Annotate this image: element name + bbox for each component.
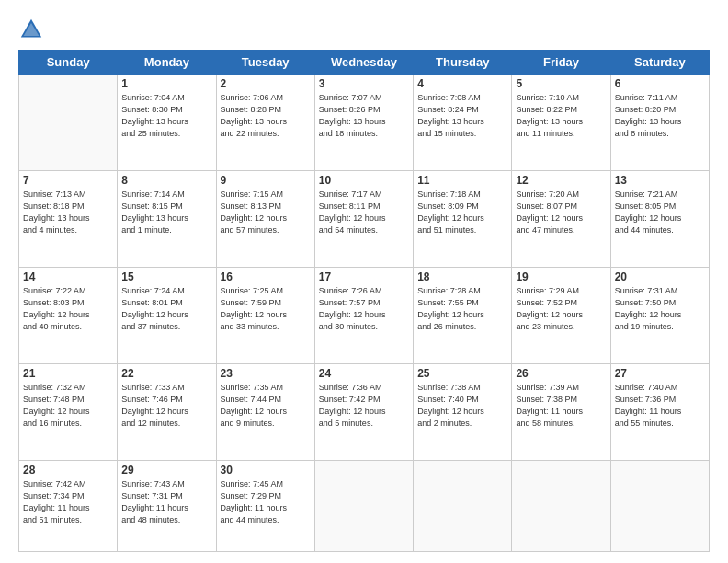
day-number: 24 bbox=[319, 367, 409, 380]
logo bbox=[18, 17, 48, 42]
calendar-week-row: 14Sunrise: 7:22 AM Sunset: 8:03 PM Dayli… bbox=[19, 268, 710, 364]
day-info: Sunrise: 7:20 AM Sunset: 8:07 PM Dayligh… bbox=[516, 189, 606, 236]
day-number: 23 bbox=[221, 367, 311, 380]
day-number: 3 bbox=[319, 77, 409, 90]
day-number: 29 bbox=[121, 464, 211, 477]
calendar-cell: 2Sunrise: 7:06 AM Sunset: 8:28 PM Daylig… bbox=[216, 75, 314, 171]
day-number: 21 bbox=[23, 367, 113, 380]
day-info: Sunrise: 7:21 AM Sunset: 8:05 PM Dayligh… bbox=[615, 189, 705, 236]
day-number: 19 bbox=[516, 270, 606, 283]
calendar-cell: 25Sunrise: 7:38 AM Sunset: 7:40 PM Dayli… bbox=[414, 364, 512, 461]
calendar-cell: 22Sunrise: 7:33 AM Sunset: 7:46 PM Dayli… bbox=[118, 364, 216, 461]
calendar-cell: 27Sunrise: 7:40 AM Sunset: 7:36 PM Dayli… bbox=[610, 364, 709, 461]
day-number: 8 bbox=[121, 174, 211, 187]
day-info: Sunrise: 7:13 AM Sunset: 8:18 PM Dayligh… bbox=[23, 189, 113, 236]
calendar-cell: 6Sunrise: 7:11 AM Sunset: 8:20 PM Daylig… bbox=[610, 75, 709, 171]
day-info: Sunrise: 7:42 AM Sunset: 7:34 PM Dayligh… bbox=[23, 478, 113, 526]
calendar-cell: 23Sunrise: 7:35 AM Sunset: 7:44 PM Dayli… bbox=[216, 364, 314, 461]
calendar-cell: 29Sunrise: 7:43 AM Sunset: 7:31 PM Dayli… bbox=[118, 461, 216, 552]
day-number: 6 bbox=[615, 77, 705, 90]
day-info: Sunrise: 7:11 AM Sunset: 8:20 PM Dayligh… bbox=[615, 92, 705, 140]
header bbox=[18, 17, 710, 42]
day-info: Sunrise: 7:28 AM Sunset: 7:55 PM Dayligh… bbox=[417, 285, 507, 333]
day-number: 7 bbox=[23, 174, 113, 187]
calendar-cell bbox=[414, 461, 512, 552]
day-info: Sunrise: 7:26 AM Sunset: 7:57 PM Dayligh… bbox=[319, 285, 409, 333]
day-info: Sunrise: 7:36 AM Sunset: 7:42 PM Dayligh… bbox=[319, 382, 409, 430]
day-header-friday: Friday bbox=[512, 51, 610, 75]
calendar-header-row: SundayMondayTuesdayWednesdayThursdayFrid… bbox=[19, 51, 710, 75]
day-info: Sunrise: 7:29 AM Sunset: 7:52 PM Dayligh… bbox=[516, 285, 606, 333]
day-info: Sunrise: 7:18 AM Sunset: 8:09 PM Dayligh… bbox=[417, 189, 507, 236]
day-info: Sunrise: 7:38 AM Sunset: 7:40 PM Dayligh… bbox=[417, 382, 507, 430]
day-info: Sunrise: 7:32 AM Sunset: 7:48 PM Dayligh… bbox=[23, 382, 113, 430]
calendar-cell bbox=[512, 461, 610, 552]
calendar-cell: 13Sunrise: 7:21 AM Sunset: 8:05 PM Dayli… bbox=[610, 171, 709, 268]
calendar-cell: 7Sunrise: 7:13 AM Sunset: 8:18 PM Daylig… bbox=[19, 171, 118, 268]
day-number: 15 bbox=[121, 270, 211, 283]
day-info: Sunrise: 7:14 AM Sunset: 8:15 PM Dayligh… bbox=[121, 189, 211, 236]
calendar-cell: 5Sunrise: 7:10 AM Sunset: 8:22 PM Daylig… bbox=[512, 75, 610, 171]
calendar-cell: 9Sunrise: 7:15 AM Sunset: 8:13 PM Daylig… bbox=[216, 171, 314, 268]
day-number: 11 bbox=[417, 174, 507, 187]
calendar-week-row: 7Sunrise: 7:13 AM Sunset: 8:18 PM Daylig… bbox=[19, 171, 710, 268]
calendar-table: SundayMondayTuesdayWednesdayThursdayFrid… bbox=[18, 50, 710, 552]
calendar-cell: 15Sunrise: 7:24 AM Sunset: 8:01 PM Dayli… bbox=[118, 268, 216, 364]
calendar-cell: 14Sunrise: 7:22 AM Sunset: 8:03 PM Dayli… bbox=[19, 268, 118, 364]
day-info: Sunrise: 7:45 AM Sunset: 7:29 PM Dayligh… bbox=[221, 478, 311, 526]
day-header-tuesday: Tuesday bbox=[216, 51, 314, 75]
day-number: 4 bbox=[417, 77, 507, 90]
day-number: 12 bbox=[516, 174, 606, 187]
day-info: Sunrise: 7:43 AM Sunset: 7:31 PM Dayligh… bbox=[121, 478, 211, 526]
day-number: 13 bbox=[615, 174, 705, 187]
day-number: 17 bbox=[319, 270, 409, 283]
day-info: Sunrise: 7:31 AM Sunset: 7:50 PM Dayligh… bbox=[615, 285, 705, 333]
calendar-cell: 24Sunrise: 7:36 AM Sunset: 7:42 PM Dayli… bbox=[314, 364, 413, 461]
calendar-cell: 4Sunrise: 7:08 AM Sunset: 8:24 PM Daylig… bbox=[414, 75, 512, 171]
day-info: Sunrise: 7:04 AM Sunset: 8:30 PM Dayligh… bbox=[121, 92, 211, 140]
calendar-cell: 26Sunrise: 7:39 AM Sunset: 7:38 PM Dayli… bbox=[512, 364, 610, 461]
day-info: Sunrise: 7:15 AM Sunset: 8:13 PM Dayligh… bbox=[221, 189, 311, 236]
calendar-week-row: 21Sunrise: 7:32 AM Sunset: 7:48 PM Dayli… bbox=[19, 364, 710, 461]
day-number: 9 bbox=[221, 174, 311, 187]
calendar-cell: 17Sunrise: 7:26 AM Sunset: 7:57 PM Dayli… bbox=[314, 268, 413, 364]
day-number: 5 bbox=[516, 77, 606, 90]
day-info: Sunrise: 7:40 AM Sunset: 7:36 PM Dayligh… bbox=[615, 382, 705, 430]
day-info: Sunrise: 7:06 AM Sunset: 8:28 PM Dayligh… bbox=[221, 92, 311, 140]
day-number: 16 bbox=[221, 270, 311, 283]
day-number: 22 bbox=[121, 367, 211, 380]
day-number: 2 bbox=[221, 77, 311, 90]
calendar-cell bbox=[19, 75, 118, 171]
day-header-wednesday: Wednesday bbox=[314, 51, 413, 75]
day-info: Sunrise: 7:07 AM Sunset: 8:26 PM Dayligh… bbox=[319, 92, 409, 140]
day-number: 14 bbox=[23, 270, 113, 283]
calendar-cell bbox=[314, 461, 413, 552]
day-info: Sunrise: 7:08 AM Sunset: 8:24 PM Dayligh… bbox=[417, 92, 507, 140]
calendar-cell: 8Sunrise: 7:14 AM Sunset: 8:15 PM Daylig… bbox=[118, 171, 216, 268]
calendar-cell bbox=[610, 461, 709, 552]
calendar-cell: 21Sunrise: 7:32 AM Sunset: 7:48 PM Dayli… bbox=[19, 364, 118, 461]
calendar-cell: 18Sunrise: 7:28 AM Sunset: 7:55 PM Dayli… bbox=[414, 268, 512, 364]
day-info: Sunrise: 7:24 AM Sunset: 8:01 PM Dayligh… bbox=[121, 285, 211, 333]
calendar-cell: 19Sunrise: 7:29 AM Sunset: 7:52 PM Dayli… bbox=[512, 268, 610, 364]
day-number: 28 bbox=[23, 464, 113, 477]
day-header-monday: Monday bbox=[118, 51, 216, 75]
calendar-cell: 16Sunrise: 7:25 AM Sunset: 7:59 PM Dayli… bbox=[216, 268, 314, 364]
calendar-week-row: 1Sunrise: 7:04 AM Sunset: 8:30 PM Daylig… bbox=[19, 75, 710, 171]
calendar-cell: 10Sunrise: 7:17 AM Sunset: 8:11 PM Dayli… bbox=[314, 171, 413, 268]
day-header-sunday: Sunday bbox=[19, 51, 118, 75]
day-info: Sunrise: 7:10 AM Sunset: 8:22 PM Dayligh… bbox=[516, 92, 606, 140]
calendar-cell: 20Sunrise: 7:31 AM Sunset: 7:50 PM Dayli… bbox=[610, 268, 709, 364]
day-number: 25 bbox=[417, 367, 507, 380]
calendar-cell: 3Sunrise: 7:07 AM Sunset: 8:26 PM Daylig… bbox=[314, 75, 413, 171]
calendar-week-row: 28Sunrise: 7:42 AM Sunset: 7:34 PM Dayli… bbox=[19, 461, 710, 552]
day-info: Sunrise: 7:33 AM Sunset: 7:46 PM Dayligh… bbox=[121, 382, 211, 430]
day-header-thursday: Thursday bbox=[414, 51, 512, 75]
calendar-cell: 28Sunrise: 7:42 AM Sunset: 7:34 PM Dayli… bbox=[19, 461, 118, 552]
calendar-cell: 11Sunrise: 7:18 AM Sunset: 8:09 PM Dayli… bbox=[414, 171, 512, 268]
day-info: Sunrise: 7:17 AM Sunset: 8:11 PM Dayligh… bbox=[319, 189, 409, 236]
day-number: 20 bbox=[615, 270, 705, 283]
day-number: 18 bbox=[417, 270, 507, 283]
day-header-saturday: Saturday bbox=[610, 51, 709, 75]
day-info: Sunrise: 7:35 AM Sunset: 7:44 PM Dayligh… bbox=[221, 382, 311, 430]
